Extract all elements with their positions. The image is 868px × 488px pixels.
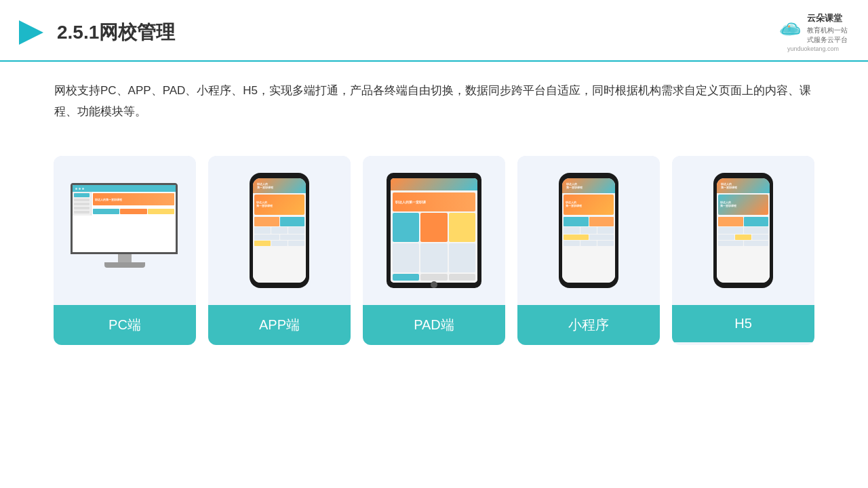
logo-url: yunduoketang.com [787,45,839,52]
description-text: 网校支持PC、APP、PAD、小程序、H5，实现多端打通，产品各终端自由切换，数… [54,81,814,122]
cloud-icon [778,20,803,37]
svg-point-6 [788,25,791,28]
card-pc: 职达人的第一堂职课程 [54,156,196,345]
logo-area: 云朵课堂 教育机构一站式服务云平台 yunduoketang.com [778,12,848,52]
logo-cloud: 云朵课堂 教育机构一站式服务云平台 [778,12,848,45]
h5-mockup: 职达人的 第一堂职课程 职达人的第一堂职课程 [713,173,773,288]
pad-mockup: 职达人的第一堂职课 [387,173,481,288]
description: 网校支持PC、APP、PAD、小程序、H5，实现多端打通，产品各终端自由切换，数… [0,62,868,129]
logo-name: 云朵课堂 [807,12,848,24]
card-label-h5: H5 [672,305,814,342]
card-label-miniapp: 小程序 [517,305,660,345]
header: 2.5.1网校管理 云朵课堂 教育机构一站式服务云平台 yunduoketan [0,0,868,62]
card-label-pad: PAD端 [363,305,505,345]
card-image-pad: 职达人的第一堂职课 [363,156,505,305]
play-icon [14,16,46,49]
page-title: 2.5.1网校管理 [57,20,175,45]
card-label-pc: PC端 [54,305,196,345]
svg-marker-0 [19,20,43,45]
card-image-app: 职达人的 第一堂职课程 职达人的第一堂职课程 [208,156,351,305]
svg-point-7 [793,25,795,26]
pc-mockup: 职达人的第一堂职课程 [71,183,179,278]
card-pad: 职达人的第一堂职课 [363,156,505,345]
miniapp-mockup: 职达人的 第一堂职课程 职达人的第一堂职课程 [559,173,618,288]
card-h5: 职达人的 第一堂职课程 职达人的第一堂职课程 [672,156,814,345]
card-label-app: APP端 [208,305,351,345]
card-app: 职达人的 第一堂职课程 职达人的第一堂职课程 [208,156,351,345]
card-image-pc: 职达人的第一堂职课程 [54,156,196,305]
app-mockup: 职达人的 第一堂职课程 职达人的第一堂职课程 [250,173,309,288]
header-left: 2.5.1网校管理 [14,16,175,49]
card-image-h5: 职达人的 第一堂职课程 职达人的第一堂职课程 [672,156,814,305]
logo-tagline: 教育机构一站式服务云平台 [807,26,848,45]
card-miniapp: 职达人的 第一堂职课程 职达人的第一堂职课程 [517,156,660,345]
card-image-miniapp: 职达人的 第一堂职课程 职达人的第一堂职课程 [517,156,660,305]
cards-container: 职达人的第一堂职课程 [0,136,868,345]
